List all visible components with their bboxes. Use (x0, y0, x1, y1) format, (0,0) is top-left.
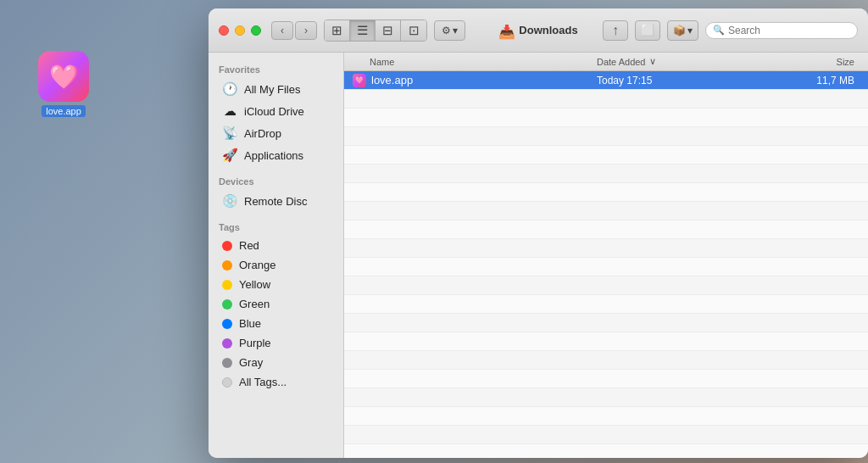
arrange-icon: ⚙ (442, 25, 451, 36)
sidebar-item-label: AirDrop (244, 127, 281, 140)
tag-dot-purple (222, 338, 232, 349)
sidebar-item-tag-orange[interactable]: Orange (212, 255, 340, 275)
table-row (344, 109, 868, 127)
sidebar-item-tag-gray[interactable]: Gray (212, 353, 340, 372)
tags-label: Tags (209, 219, 343, 236)
sidebar-item-tag-blue[interactable]: Blue (212, 314, 340, 333)
traffic-lights (219, 25, 261, 36)
file-date-cell: Today 17:15 (597, 75, 766, 86)
tag-dot-green (222, 299, 232, 310)
window-title: Downloads (519, 24, 577, 36)
table-row (344, 165, 868, 183)
app-icon-image: 🩷 (38, 51, 89, 102)
table-row (344, 220, 868, 239)
table-row (344, 183, 868, 202)
table-row (344, 388, 868, 407)
tag-label: Gray (239, 356, 263, 369)
finder-window: ‹ › ⊞ ☰ ⊟ ⊡ ⚙ ▾ 📥 Downloads ↑ ⬜ 📦 (209, 8, 868, 458)
minimize-button[interactable] (235, 25, 245, 36)
nav-buttons: ‹ › (271, 21, 317, 40)
dropbox-chevron: ▾ (687, 25, 693, 36)
table-row (344, 239, 868, 258)
sidebar-item-label: All My Files (244, 83, 300, 96)
devices-label: Devices (209, 173, 343, 190)
column-header-date[interactable]: Date Added ∨ (597, 56, 766, 67)
table-row (344, 146, 868, 165)
search-input[interactable] (728, 25, 850, 36)
tag-dot-blue (222, 319, 232, 329)
maximize-button[interactable] (251, 25, 261, 36)
sidebar-item-label: Remote Disc (244, 195, 307, 208)
remote-disc-icon: 💿 (222, 193, 237, 209)
sidebar-item-applications[interactable]: 🚀 Applications (212, 144, 340, 166)
table-row (344, 426, 868, 444)
sort-indicator: ∨ (649, 56, 656, 67)
tag-label: All Tags... (239, 376, 287, 388)
sidebar-item-label: Applications (244, 149, 303, 162)
tag-dot-yellow (222, 280, 232, 290)
share-button[interactable]: ↑ (603, 20, 628, 41)
table-row (344, 314, 868, 332)
sidebar-item-tag-green[interactable]: Green (212, 294, 340, 314)
desktop-icon-love-app[interactable]: 🩷 love.app (30, 51, 97, 117)
back-button[interactable]: ‹ (271, 21, 293, 40)
column-header-size[interactable]: Size (766, 57, 868, 67)
sidebar-item-tag-yellow[interactable]: Yellow (212, 275, 340, 294)
sidebar-item-tag-red[interactable]: Red (212, 236, 340, 255)
tag-label: Green (239, 298, 270, 310)
desktop: 🩷 love.app ‹ › ⊞ ☰ ⊟ ⊡ ⚙ ▾ (0, 0, 868, 463)
arrange-chevron: ▾ (453, 25, 458, 36)
arrange-button[interactable]: ⚙ ▾ (434, 20, 465, 41)
sidebar-item-remote-disc[interactable]: 💿 Remote Disc (212, 190, 340, 212)
table-row[interactable]: 🩷 love.app Today 17:15 11,7 MB (344, 71, 868, 90)
table-row (344, 370, 868, 388)
tag-dot-gray (222, 358, 232, 368)
close-button[interactable] (219, 25, 229, 36)
tag-button[interactable]: ⬜ (635, 20, 660, 41)
tag-dot-all (222, 377, 232, 388)
file-size-cell: 11,7 MB (766, 75, 868, 86)
table-row (344, 90, 868, 109)
view-buttons: ⊞ ☰ ⊟ ⊡ (324, 20, 427, 42)
dropbox-button[interactable]: 📦 ▾ (667, 20, 698, 41)
tag-label: Blue (239, 317, 261, 330)
search-icon: 🔍 (713, 25, 725, 36)
tag-dot-red (222, 241, 232, 251)
file-app-icon: 🩷 (353, 74, 366, 87)
search-box: 🔍 (705, 22, 858, 39)
sidebar-item-tag-purple[interactable]: Purple (212, 333, 340, 353)
table-row (344, 127, 868, 146)
dropbox-icon: 📦 (673, 25, 686, 36)
sidebar-item-icloud-drive[interactable]: ☁ iCloud Drive (212, 100, 340, 122)
file-list-header: Name Date Added ∨ Size (344, 53, 868, 71)
file-name: love.app (371, 74, 413, 86)
title-bar: ‹ › ⊞ ☰ ⊟ ⊡ ⚙ ▾ 📥 Downloads ↑ ⬜ 📦 (209, 8, 868, 53)
main-content: Favorites 🕐 All My Files ☁ iCloud Drive … (209, 53, 868, 458)
favorites-label: Favorites (209, 61, 343, 78)
view-gallery-button[interactable]: ⊡ (401, 20, 426, 41)
view-columns-button[interactable]: ⊟ (376, 20, 401, 41)
sidebar-item-all-tags[interactable]: All Tags... (212, 372, 340, 392)
airdrop-icon: 📡 (222, 126, 237, 141)
table-row (344, 258, 868, 276)
window-title-area: 📥 Downloads (498, 24, 577, 37)
tag-dot-orange (222, 260, 232, 271)
table-row (344, 407, 868, 426)
sidebar-item-airdrop[interactable]: 📡 AirDrop (212, 122, 340, 144)
table-row (344, 276, 868, 295)
sidebar-item-label: iCloud Drive (244, 105, 304, 118)
file-name-cell: 🩷 love.app (344, 74, 597, 87)
all-my-files-icon: 🕐 (222, 81, 237, 97)
tag-label: Purple (239, 337, 271, 349)
view-list-button[interactable]: ☰ (350, 20, 376, 41)
column-header-name[interactable]: Name (344, 57, 597, 67)
file-list: Name Date Added ∨ Size 🩷 love.app Today … (344, 53, 868, 458)
table-row (344, 332, 868, 351)
icloud-drive-icon: ☁ (222, 103, 237, 119)
tag-label: Red (239, 239, 259, 252)
forward-button[interactable]: › (295, 21, 317, 40)
sidebar-item-all-my-files[interactable]: 🕐 All My Files (212, 78, 340, 100)
desktop-icon-label: love.app (42, 105, 86, 117)
view-icon-button[interactable]: ⊞ (325, 20, 350, 41)
tag-label: Yellow (239, 278, 270, 291)
